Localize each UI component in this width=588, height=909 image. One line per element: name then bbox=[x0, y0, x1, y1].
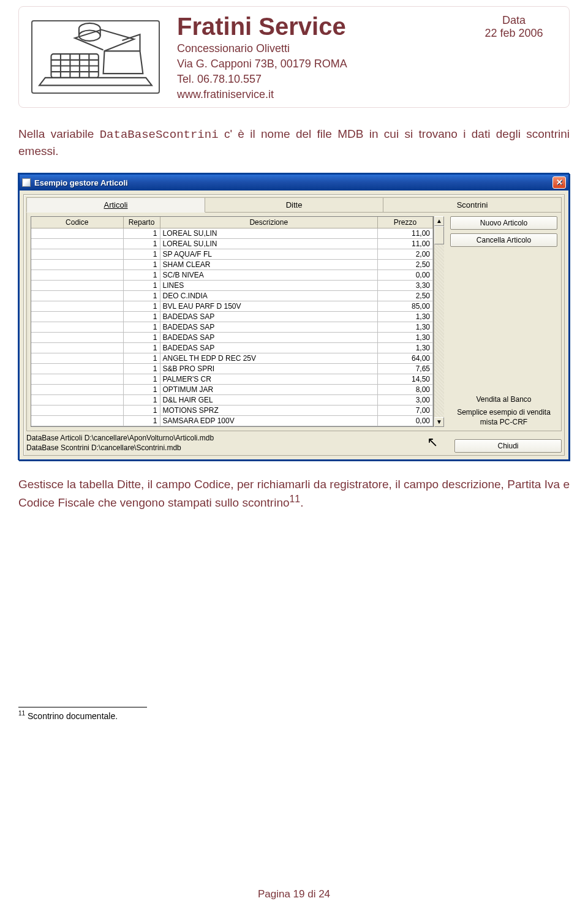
table-row[interactable]: 1S&B PRO SPRI7,65 bbox=[31, 364, 433, 374]
table-row[interactable]: 1OPTIMUM JAR8,00 bbox=[31, 385, 433, 395]
footnote-rule bbox=[18, 707, 147, 707]
company-block: Fratini Service Concessionario Olivetti … bbox=[173, 10, 458, 104]
table-row[interactable]: 1LOREAL SU,LIN11,00 bbox=[31, 239, 433, 249]
scroll-down-icon[interactable]: ▼ bbox=[434, 417, 444, 427]
paragraph-2: Gestisce la tabella Ditte, il campo Codi… bbox=[18, 477, 570, 511]
table-row[interactable]: 1ANGEL TH EDP D REC 25V64,00 bbox=[31, 353, 433, 364]
company-subtitle: Concessionario Olivetti bbox=[177, 42, 454, 55]
col-codice[interactable]: Codice bbox=[31, 217, 123, 228]
date-block: Data 22 feb 2006 bbox=[465, 10, 563, 104]
side-label-2: Semplice esempio di vendita mista PC-CRF bbox=[450, 408, 557, 427]
window-title: Esempio gestore Articoli bbox=[34, 178, 128, 187]
cash-register-icon bbox=[31, 20, 160, 94]
company-phone: Tel. 06.78.10.557 bbox=[177, 73, 454, 86]
table-row[interactable]: 1SHAM CLEAR2,50 bbox=[31, 260, 433, 270]
logo-cell bbox=[25, 10, 166, 104]
table-row[interactable]: 1SAMSARA EDP 100V0,00 bbox=[31, 416, 433, 426]
scroll-track[interactable] bbox=[434, 244, 444, 417]
tab-ditte[interactable]: Ditte bbox=[205, 197, 383, 213]
app-window: Esempio gestore Articoli ✕ Articoli Ditt… bbox=[19, 174, 569, 460]
close-icon[interactable]: ✕ bbox=[552, 176, 566, 189]
company-name: Fratini Service bbox=[177, 13, 454, 40]
col-descrizione[interactable]: Descrizione bbox=[160, 217, 378, 228]
footnote: 11 Scontrino documentale. bbox=[18, 710, 570, 721]
scroll-thumb[interactable] bbox=[434, 226, 444, 244]
table-row[interactable]: 1DEO C.INDIA2,50 bbox=[31, 291, 433, 301]
tab-articoli[interactable]: Articoli bbox=[26, 197, 205, 213]
col-prezzo[interactable]: Prezzo bbox=[378, 217, 433, 228]
date-value: 22 feb 2006 bbox=[465, 27, 563, 40]
side-label-1: Vendita al Banco bbox=[450, 395, 557, 405]
table-row[interactable]: 1PALMER'S CR14,50 bbox=[31, 374, 433, 385]
letterhead: Fratini Service Concessionario Olivetti … bbox=[18, 6, 570, 108]
titlebar[interactable]: Esempio gestore Articoli ✕ bbox=[20, 175, 568, 190]
new-article-button[interactable]: Nuovo Articolo bbox=[450, 216, 557, 230]
table-row[interactable]: 1MOTIONS SPRZ7,00 bbox=[31, 405, 433, 416]
table-row[interactable]: 1SP AQUA/F FL2,00 bbox=[31, 249, 433, 260]
code-span: DataBaseScontrini bbox=[100, 128, 219, 141]
company-url: www.fratiniservice.it bbox=[177, 88, 454, 101]
paragraph-1: Nella variabile DataBaseScontrini c' è i… bbox=[18, 126, 570, 159]
vertical-scrollbar[interactable]: ▲ ▼ bbox=[434, 216, 444, 427]
app-icon bbox=[22, 178, 31, 187]
scroll-up-icon[interactable]: ▲ bbox=[434, 216, 444, 226]
table-row[interactable]: 1BADEDAS SAP1,30 bbox=[31, 343, 433, 353]
tab-strip: Articoli Ditte Scontrini bbox=[26, 197, 562, 213]
table-row[interactable]: 1D&L HAIR GEL3,00 bbox=[31, 395, 433, 405]
status-text: DataBase Articoli D:\cancellare\AponVolt… bbox=[26, 434, 448, 453]
date-label: Data bbox=[465, 14, 563, 27]
articles-grid[interactable]: Codice Reparto Descrizione Prezzo 1LOREA… bbox=[31, 216, 434, 427]
table-row[interactable]: 1BADEDAS SAP1,30 bbox=[31, 333, 433, 343]
col-reparto[interactable]: Reparto bbox=[123, 217, 160, 228]
close-button[interactable]: Chiudi bbox=[454, 439, 562, 453]
table-row[interactable]: 1LINES3,30 bbox=[31, 281, 433, 291]
tab-scontrini[interactable]: Scontrini bbox=[383, 197, 562, 213]
table-row[interactable]: 1BVL EAU PARF D 150V85,00 bbox=[31, 301, 433, 312]
cursor-icon: ↖ bbox=[427, 434, 438, 450]
delete-article-button[interactable]: Cancella Articolo bbox=[450, 233, 557, 247]
screenshot-window-border: Esempio gestore Articoli ✕ Articoli Ditt… bbox=[18, 173, 570, 461]
table-row[interactable]: 1LOREAL SU,LIN11,00 bbox=[31, 228, 433, 239]
table-row[interactable]: 1BADEDAS SAP1,30 bbox=[31, 322, 433, 333]
company-address: Via G. Capponi 73B, 00179 ROMA bbox=[177, 58, 454, 70]
grid-header-row: Codice Reparto Descrizione Prezzo bbox=[31, 217, 433, 228]
page-footer: Pagina 19 di 24 bbox=[0, 888, 588, 900]
table-row[interactable]: 1SC/B NIVEA0,00 bbox=[31, 270, 433, 281]
table-row[interactable]: 1BADEDAS SAP1,30 bbox=[31, 312, 433, 322]
